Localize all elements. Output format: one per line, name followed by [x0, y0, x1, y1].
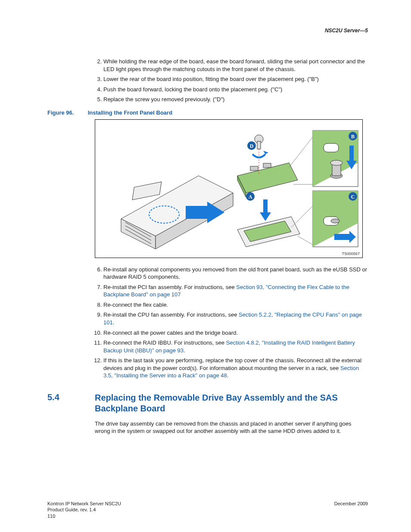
content-indent: While holding the rear edge of the board…: [95, 58, 368, 103]
step-item: Push the board forward, locking the boar…: [103, 86, 368, 93]
svg-rect-12: [263, 163, 271, 168]
svg-line-34: [289, 137, 313, 167]
figure-96-illustration: A D: [95, 119, 363, 258]
svg-marker-19: [263, 151, 268, 154]
section-number: 5.4: [47, 392, 95, 402]
step-item: Re-connect the flex cable.: [103, 301, 368, 309]
running-header: NSC2U Server—5: [47, 28, 368, 34]
step-item: Lower the rear of the board into positio…: [103, 75, 368, 83]
section-heading: 5.4 Replacing the Removable Drive Bay As…: [47, 392, 368, 414]
step-item: Re-connect all the power cables and the …: [103, 329, 368, 337]
svg-marker-14: [260, 199, 271, 221]
svg-line-36: [291, 206, 313, 227]
footer-page: 110: [47, 513, 55, 519]
svg-line-37: [298, 236, 313, 245]
step-item: Re-install the PCI fan assembly. For ins…: [103, 283, 368, 299]
figure-title: Installing the Front Panel Board: [88, 109, 172, 116]
footer-line2: Product Guide, rev. 1.4: [47, 507, 96, 512]
step-item: Re-connect the RAID IBBU. For instructio…: [103, 339, 368, 354]
svg-rect-16: [257, 141, 261, 149]
callout-a: A: [249, 194, 252, 200]
svg-point-26: [330, 160, 342, 165]
svg-rect-6: [132, 182, 162, 200]
step-item: Re-install any optional components you r…: [103, 266, 368, 281]
step-item: Replace the screw you removed previously…: [103, 96, 368, 103]
section-body: The drive bay assembly can be removed fr…: [95, 420, 368, 435]
page: NSC2U Server—5 While holding the rear ed…: [0, 0, 411, 532]
callout-c: C: [351, 194, 355, 200]
callout-d: D: [250, 143, 254, 149]
steps-list-a: While holding the rear edge of the board…: [95, 58, 368, 103]
callout-b: B: [351, 134, 355, 140]
figure-id: TS000567: [342, 252, 360, 256]
step-item: While holding the rear edge of the board…: [103, 58, 368, 73]
step-item: Re-install the CPU fan assembly. For ins…: [103, 311, 368, 326]
svg-rect-11: [250, 166, 258, 171]
section-title: Replacing the Removable Drive Bay Assemb…: [95, 392, 368, 414]
step-item: If this is the last task you are perform…: [103, 357, 368, 380]
svg-point-31: [331, 219, 339, 223]
figure-number: Figure 96.: [47, 109, 86, 116]
page-footer: December 2009 Kontron IP Network Server …: [47, 501, 368, 519]
footer-line1: Kontron IP Network Server NSC2U: [47, 501, 121, 506]
steps-list-b: Re-install any optional components you r…: [95, 266, 368, 380]
footer-date: December 2009: [334, 501, 368, 507]
figure-caption: Figure 96. Installing the Front Panel Bo…: [47, 109, 368, 116]
